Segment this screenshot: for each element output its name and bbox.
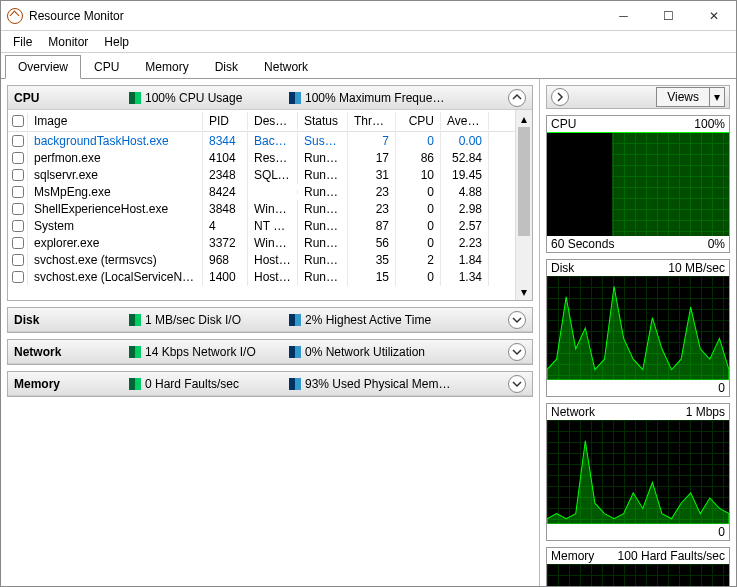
- cell-desc: Host …: [248, 251, 298, 269]
- row-checkbox[interactable]: [12, 237, 24, 249]
- cell-status: Run…: [298, 268, 348, 286]
- expand-icon[interactable]: [508, 375, 526, 393]
- maximize-button[interactable]: ☐: [646, 1, 691, 30]
- network-section-title: Network: [14, 345, 129, 359]
- cell-image: svchost.exe (termsvcs): [28, 251, 203, 269]
- table-row[interactable]: MsMpEng.exe 8424 Run… 23 0 4.88: [8, 183, 515, 200]
- chart-mem: Memory100 Hard Faults/sec: [546, 547, 730, 586]
- row-checkbox[interactable]: [12, 220, 24, 232]
- cell-desc: Win…: [248, 234, 298, 252]
- col-desc[interactable]: Descr…: [248, 112, 298, 130]
- menubar: File Monitor Help: [1, 31, 736, 53]
- close-button[interactable]: ✕: [691, 1, 736, 30]
- cell-avg: 2.57: [441, 217, 489, 235]
- green-square-icon: [129, 378, 141, 390]
- cell-avg: 2.23: [441, 234, 489, 252]
- cell-pid: 968: [203, 251, 248, 269]
- disk-section-header[interactable]: Disk 1 MB/sec Disk I/O 2% Highest Active…: [8, 308, 532, 332]
- menu-monitor[interactable]: Monitor: [40, 33, 96, 51]
- app-icon: [7, 8, 23, 24]
- expand-icon[interactable]: [508, 311, 526, 329]
- collapse-right-icon[interactable]: [551, 88, 569, 106]
- scroll-thumb[interactable]: [518, 127, 530, 236]
- col-avg[interactable]: Avera…: [441, 112, 489, 130]
- chart-max: 100%: [694, 117, 725, 131]
- tab-cpu[interactable]: CPU: [81, 55, 132, 79]
- table-row[interactable]: ShellExperienceHost.exe 3848 Win… Run… 2…: [8, 200, 515, 217]
- cell-avg: 0.00: [441, 132, 489, 150]
- green-square-icon: [129, 346, 141, 358]
- table-row[interactable]: System 4 NT K… Run… 87 0 2.57: [8, 217, 515, 234]
- cell-status: Run…: [298, 251, 348, 269]
- blue-square-icon: [289, 346, 301, 358]
- views-button[interactable]: Views: [656, 87, 710, 107]
- scroll-up-icon[interactable]: ▴: [516, 110, 532, 127]
- tab-memory[interactable]: Memory: [132, 55, 201, 79]
- cell-threads: 17: [348, 149, 396, 167]
- cell-threads: 31: [348, 166, 396, 184]
- minimize-button[interactable]: ─: [601, 1, 646, 30]
- views-dropdown-icon[interactable]: ▾: [710, 87, 725, 107]
- cell-pid: 2348: [203, 166, 248, 184]
- cell-status: Run…: [298, 217, 348, 235]
- select-all-checkbox[interactable]: [12, 115, 24, 127]
- row-checkbox[interactable]: [12, 152, 24, 164]
- cpu-section-header[interactable]: CPU 100% CPU Usage 100% Maximum Freque…: [8, 86, 532, 110]
- chart-plot: [547, 564, 729, 586]
- network-io-label: 14 Kbps Network I/O: [145, 345, 256, 359]
- table-row[interactable]: sqlservr.exe 2348 SQL … Run… 31 10 19.45: [8, 166, 515, 183]
- col-status[interactable]: Status: [298, 112, 348, 130]
- row-checkbox[interactable]: [12, 254, 24, 266]
- menu-help[interactable]: Help: [96, 33, 137, 51]
- chart-max: 1 Mbps: [686, 405, 725, 419]
- row-checkbox[interactable]: [12, 135, 24, 147]
- cell-status: Susp…: [298, 132, 348, 150]
- cell-pid: 4104: [203, 149, 248, 167]
- scrollbar[interactable]: ▴ ▾: [515, 110, 532, 300]
- cell-avg: 1.84: [441, 251, 489, 269]
- chart-max: 100 Hard Faults/sec: [618, 549, 725, 563]
- row-checkbox[interactable]: [12, 169, 24, 181]
- memory-section-header[interactable]: Memory 0 Hard Faults/sec 93% Used Physic…: [8, 372, 532, 396]
- cell-threads: 23: [348, 183, 396, 201]
- collapse-icon[interactable]: [508, 89, 526, 107]
- tab-disk[interactable]: Disk: [202, 55, 251, 79]
- cell-cpu: 0: [396, 183, 441, 201]
- row-checkbox[interactable]: [12, 186, 24, 198]
- disk-active-label: 2% Highest Active Time: [305, 313, 431, 327]
- cell-pid: 1400: [203, 268, 248, 286]
- row-checkbox[interactable]: [12, 203, 24, 215]
- tab-overview[interactable]: Overview: [5, 55, 81, 79]
- cell-pid: 3372: [203, 234, 248, 252]
- chart-title: CPU: [551, 117, 576, 131]
- table-row[interactable]: perfmon.exe 4104 Reso… Run… 17 86 52.84: [8, 149, 515, 166]
- col-image[interactable]: Image: [28, 112, 203, 130]
- tab-network[interactable]: Network: [251, 55, 321, 79]
- menu-file[interactable]: File: [5, 33, 40, 51]
- memory-section-title: Memory: [14, 377, 129, 391]
- table-row[interactable]: svchost.exe (termsvcs) 968 Host … Run… 3…: [8, 251, 515, 268]
- cell-status: Run…: [298, 183, 348, 201]
- blue-square-icon: [289, 314, 301, 326]
- memory-section: Memory 0 Hard Faults/sec 93% Used Physic…: [7, 371, 533, 397]
- cell-desc: SQL …: [248, 166, 298, 184]
- table-row[interactable]: svchost.exe (LocalServiceNo… 1400 Host ……: [8, 268, 515, 285]
- scroll-down-icon[interactable]: ▾: [516, 283, 532, 300]
- row-checkbox[interactable]: [12, 271, 24, 283]
- col-threads[interactable]: Threa…: [348, 112, 396, 130]
- cell-pid: 8424: [203, 183, 248, 201]
- window-title: Resource Monitor: [29, 9, 601, 23]
- cell-pid: 8344: [203, 132, 248, 150]
- cell-desc: Host …: [248, 268, 298, 286]
- cell-avg: 1.34: [441, 268, 489, 286]
- table-row[interactable]: backgroundTaskHost.exe 8344 Back… Susp… …: [8, 132, 515, 149]
- cell-cpu: 0: [396, 132, 441, 150]
- chart-foot-right: 0: [718, 525, 725, 539]
- col-cpu[interactable]: CPU: [396, 112, 441, 130]
- col-pid[interactable]: PID: [203, 112, 248, 130]
- cell-desc: [248, 190, 298, 194]
- table-header: Image PID Descr… Status Threa… CPU Avera…: [8, 110, 515, 132]
- table-row[interactable]: explorer.exe 3372 Win… Run… 56 0 2.23: [8, 234, 515, 251]
- network-section-header[interactable]: Network 14 Kbps Network I/O 0% Network U…: [8, 340, 532, 364]
- expand-icon[interactable]: [508, 343, 526, 361]
